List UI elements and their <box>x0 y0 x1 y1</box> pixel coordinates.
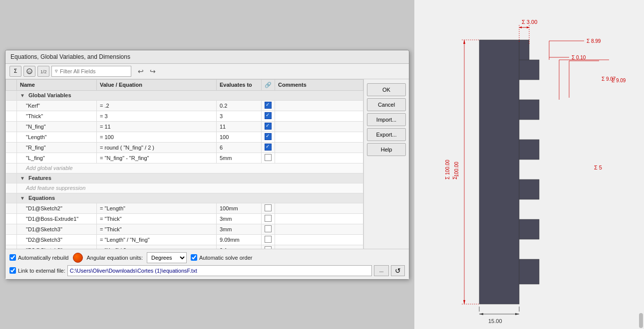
row-icon <box>6 132 17 142</box>
feat-section-label: ▼ Features <box>17 173 363 183</box>
traffic-light-icon <box>73 253 83 263</box>
row-comments[interactable] <box>275 234 363 245</box>
cad-area: Σ 3.00 Σ 8.99 Σ 0.10 Σ 9.09 Σ 9.07 Σ 100… <box>414 0 644 329</box>
row-evaluates: 3 <box>217 111 262 121</box>
row-comments[interactable] <box>275 132 363 142</box>
angular-select[interactable]: Degrees Radians <box>147 252 187 263</box>
row-equation[interactable]: = 3 <box>97 111 217 121</box>
row-icon <box>6 213 17 224</box>
row-comments[interactable] <box>275 203 363 213</box>
svg-text:Σ 9.07: Σ 9.07 <box>602 76 616 82</box>
row-name[interactable]: "Kerf" <box>17 100 97 111</box>
svg-rect-6 <box>519 100 539 120</box>
add-feat-label[interactable]: Add feature suppression <box>17 183 363 193</box>
row-equation[interactable]: = "Length" / "N_fing" <box>97 234 217 245</box>
table-area: Name Value / Equation Evaluates to 🔗 Com… <box>5 79 364 249</box>
row-equation[interactable]: = "Thick" <box>97 224 217 234</box>
row-comments[interactable] <box>275 100 363 111</box>
row-checkbox[interactable] <box>262 121 275 132</box>
row-equation[interactable]: = 100 <box>97 132 217 142</box>
row-comments[interactable] <box>275 153 363 163</box>
col-value: Value / Equation <box>97 79 217 90</box>
dialog-title: Equations, Global Variables, and Dimensi… <box>5 50 409 64</box>
row-checkbox[interactable] <box>262 100 275 111</box>
auto-solve-label[interactable]: Automatic solve order <box>191 254 252 261</box>
svg-rect-9 <box>519 219 539 239</box>
file-path-input[interactable] <box>67 265 372 276</box>
link-file-checkbox[interactable] <box>9 267 16 274</box>
row-checkbox[interactable] <box>262 142 275 153</box>
table-row: "Kerf" = .2 0.2 <box>6 100 363 111</box>
reload-button[interactable]: ↺ <box>391 265 405 276</box>
table-row: "N_fing" = 11 11 <box>6 121 363 132</box>
row-name[interactable]: "D1@Sketch2" <box>17 203 97 213</box>
row-name[interactable]: "R_fing" <box>17 142 97 153</box>
svg-rect-10 <box>519 259 539 284</box>
help-button[interactable]: Help <box>367 143 406 156</box>
row-equation[interactable]: = round ( "N_fing" / 2 ) <box>97 142 217 153</box>
row-name[interactable]: "D1@Boss-Extrude1" <box>17 213 97 224</box>
buttons-panel: OK Cancel Import... Export... Help <box>364 79 409 249</box>
row-comments[interactable] <box>275 121 363 132</box>
collapse-eq-icon[interactable]: ▼ <box>20 195 25 201</box>
row-comments[interactable] <box>275 213 363 224</box>
svg-text:Σ 3.00: Σ 3.00 <box>522 19 537 25</box>
row-equation[interactable]: = "Length" <box>97 203 217 213</box>
row-icon <box>6 121 17 132</box>
link-file-checkbox-label[interactable]: Link to external file: <box>9 267 65 274</box>
global-vars-icon-btn[interactable]: G <box>23 66 35 77</box>
row-checkbox[interactable] <box>262 213 275 224</box>
collapse-feat-icon[interactable]: ▼ <box>20 175 25 181</box>
dimensions-icon-btn[interactable]: 1/2 <box>37 66 49 77</box>
row-name[interactable]: "Thick" <box>17 111 97 121</box>
row-comments[interactable] <box>275 111 363 121</box>
svg-rect-5 <box>519 60 539 80</box>
scrollbar-indicator <box>639 313 643 328</box>
filter-field[interactable] <box>60 68 125 74</box>
svg-rect-8 <box>519 179 539 199</box>
auto-rebuild-checkbox-label[interactable]: Automatically rebuild <box>9 254 69 261</box>
row-name[interactable]: "D2@Sketch3" <box>17 234 97 245</box>
ok-button[interactable]: OK <box>367 83 406 96</box>
row-checkbox[interactable] <box>262 224 275 234</box>
equations-icon-btn[interactable]: Σ <box>9 66 21 77</box>
cancel-button[interactable]: Cancel <box>367 98 406 111</box>
row-equation[interactable]: = "Kerf" / 2 <box>97 245 217 249</box>
add-feature-row[interactable]: Add feature suppression <box>6 183 363 193</box>
row-comments[interactable] <box>275 245 363 249</box>
row-name[interactable]: "Length" <box>17 132 97 142</box>
row-checkbox[interactable] <box>262 111 275 121</box>
row-checkbox[interactable] <box>262 234 275 245</box>
export-button[interactable]: Export... <box>367 128 406 141</box>
row-equation[interactable]: = 11 <box>97 121 217 132</box>
table-row: "R_fing" = round ( "N_fing" / 2 ) 6 <box>6 142 363 153</box>
row-checkbox[interactable] <box>262 203 275 213</box>
footer-row-1: Automatically rebuild Angular equation u… <box>9 252 405 263</box>
row-name[interactable]: "L_fing" <box>17 153 97 163</box>
import-button[interactable]: Import... <box>367 113 406 126</box>
auto-rebuild-checkbox[interactable] <box>9 254 16 261</box>
feat-expand-cell <box>6 173 17 183</box>
row-comments[interactable] <box>275 224 363 234</box>
row-checkbox[interactable] <box>262 132 275 142</box>
row-checkbox[interactable] <box>262 245 275 249</box>
gv-section-label: ▼ Global Variables <box>17 90 363 100</box>
row-checkbox[interactable] <box>262 153 275 163</box>
redo-btn[interactable]: ↪ <box>147 66 158 77</box>
row-name[interactable]: "N_fing" <box>17 121 97 132</box>
row-equation[interactable]: = "Thick" <box>97 213 217 224</box>
table-scroll[interactable]: Name Value / Equation Evaluates to 🔗 Com… <box>5 79 363 249</box>
row-name[interactable]: "D3@Sketch3" <box>17 245 97 249</box>
row-equation[interactable]: = "N_fing" - "R_fing" <box>97 153 217 163</box>
row-equation[interactable]: = .2 <box>97 100 217 111</box>
collapse-gv-icon[interactable]: ▼ <box>20 93 25 98</box>
add-global-var-row[interactable]: Add global variable <box>6 163 363 173</box>
row-name[interactable]: "D1@Sketch3" <box>17 224 97 234</box>
auto-solve-checkbox[interactable] <box>191 254 197 261</box>
svg-text:Σ 100.00: Σ 100.00 <box>445 160 450 179</box>
col-name: Name <box>17 79 97 90</box>
add-gv-label[interactable]: Add global variable <box>17 163 363 173</box>
undo-btn[interactable]: ↩ <box>135 66 146 77</box>
browse-button[interactable]: ... <box>374 265 389 276</box>
row-comments[interactable] <box>275 142 363 153</box>
